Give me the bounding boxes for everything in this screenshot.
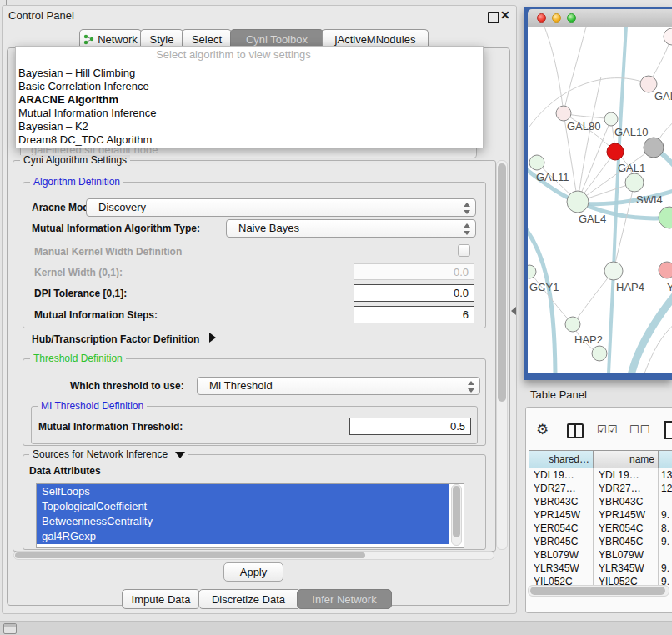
algorithm-item[interactable]: Bayesian – K2: [18, 120, 460, 133]
table-cell[interactable]: YDR27…: [599, 482, 641, 495]
hub-definition-label: Hub/Transcription Factor Definition: [32, 333, 199, 345]
tab-impute-data[interactable]: Impute Data: [122, 589, 200, 609]
table-cell[interactable]: 9.: [661, 562, 669, 575]
settings-hscrollbar-thumb[interactable]: [15, 552, 365, 558]
mi-steps-field[interactable]: 6: [354, 306, 474, 323]
table-cell[interactable]: YDR27…: [534, 482, 576, 495]
kernel-width-label: Kernel Width (0,1):: [34, 267, 123, 278]
tab-infer-network-label: Infer Network: [312, 593, 376, 606]
float-window-icon[interactable]: [488, 12, 499, 23]
algorithm-item[interactable]: Dream8 DC_TDC Algorithm: [18, 133, 460, 147]
table-cell[interactable]: YBR045C: [599, 535, 643, 548]
network-node[interactable]: [604, 112, 618, 126]
network-node[interactable]: [565, 317, 580, 332]
column-header-name[interactable]: name: [593, 450, 659, 468]
algorithm-definition-title: Algorithm Definition: [30, 177, 123, 187]
data-attributes-label: Data Attributes: [29, 465, 101, 477]
apply-button[interactable]: Apply: [223, 562, 283, 582]
list-item[interactable]: gal4RGexp: [37, 529, 449, 544]
network-graph: GAL GAL80 GAL10 GAL11 GAL1 SWI4 GAL4 GCY…: [528, 27, 672, 373]
tab-network-label: Network: [98, 33, 138, 46]
algorithm-item-aracne[interactable]: ARACNE Algorithm: [18, 93, 460, 107]
network-node[interactable]: [625, 173, 644, 192]
column-header-extra[interactable]: [658, 450, 672, 468]
column-header-shared[interactable]: shared…: [529, 450, 594, 468]
control-panel-title: Control Panel: [8, 9, 74, 22]
hub-definition-toggle[interactable]: Hub/Transcription Factor Definition: [32, 332, 216, 345]
network-node-gray[interactable]: [644, 138, 664, 158]
manual-kernel-checkbox[interactable]: [458, 244, 470, 257]
list-item[interactable]: SelfLoops: [37, 484, 449, 499]
close-traffic-light[interactable]: [537, 13, 546, 22]
network-node-label: GAL4: [579, 212, 606, 225]
table-cell[interactable]: YBL079W: [534, 548, 579, 562]
export-table-icon[interactable]: [664, 421, 672, 439]
network-node-label: GAL1: [618, 162, 645, 174]
table-cell[interactable]: YLR345W: [599, 562, 644, 575]
table-cell[interactable]: YPR145W: [599, 508, 645, 522]
table-cell[interactable]: 9.: [661, 508, 669, 522]
network-node[interactable]: [529, 155, 544, 170]
network-canvas[interactable]: GAL GAL80 GAL10 GAL11 GAL1 SWI4 GAL4 GCY…: [528, 27, 672, 373]
kernel-width-field[interactable]: 0.0: [354, 263, 474, 280]
table-cell[interactable]: YBR043C: [599, 495, 643, 508]
table-cell[interactable]: YDL19…: [534, 468, 574, 482]
table-cell[interactable]: YLR345W: [534, 562, 579, 575]
list-item[interactable]: BetweennessCentrality: [37, 514, 449, 529]
table-cell[interactable]: 9.: [661, 535, 669, 548]
network-node[interactable]: [528, 265, 536, 278]
table-cell[interactable]: 12: [661, 482, 672, 495]
network-node-label: SWI4: [636, 193, 663, 206]
tab-select-label: Select: [192, 33, 222, 46]
table-cell[interactable]: 13: [661, 468, 672, 482]
mi-type-select[interactable]: Naive Bayes: [226, 219, 476, 238]
select-all-columns-icon[interactable]: ☑☑: [597, 423, 618, 436]
which-threshold-select[interactable]: MI Threshold: [197, 377, 480, 395]
list-item[interactable]: TopologicalCoefficient: [37, 499, 449, 514]
table-cell[interactable]: YPR145W: [534, 508, 580, 522]
settings-scrollbar-thumb[interactable]: [498, 163, 506, 402]
dpi-tolerance-field[interactable]: 0.0: [354, 284, 474, 302]
attr-list-scrollbar-thumb[interactable]: [453, 486, 460, 538]
network-window-titlebar[interactable]: [528, 9, 672, 28]
mi-steps-label: Mutual Information Steps:: [34, 309, 158, 321]
aracne-mode-select[interactable]: Discovery: [86, 198, 476, 217]
table-hscrollbar-thumb[interactable]: [530, 587, 665, 595]
tab-discretize-data-label: Discretize Data: [212, 593, 285, 606]
table-cell[interactable]: 8.: [661, 522, 669, 535]
tab-discretize-data[interactable]: Discretize Data: [198, 589, 298, 609]
network-node[interactable]: [556, 106, 571, 121]
network-node[interactable]: [604, 262, 623, 280]
deselect-all-columns-icon[interactable]: ☐☐: [629, 423, 650, 436]
algorithm-item[interactable]: Mutual Information Inference: [18, 107, 460, 120]
minimized-panel-icon[interactable]: [3, 623, 17, 634]
table-cell[interactable]: YER054C: [599, 522, 643, 535]
stepper-icon: [467, 381, 474, 392]
sources-title[interactable]: Sources for Network Inference: [29, 449, 188, 459]
which-threshold-value: MI Threshold: [209, 379, 273, 392]
tab-infer-network[interactable]: Infer Network: [297, 589, 392, 609]
table-cell[interactable]: YBR043C: [534, 495, 578, 508]
algorithm-item[interactable]: Bayesian – Hill Climbing: [18, 67, 460, 80]
network-node[interactable]: [659, 207, 672, 228]
algorithm-placeholder-item[interactable]: Select algorithm to view settings: [0, 48, 467, 61]
network-node-red[interactable]: [607, 143, 624, 160]
tab-cyni-toolbox-label: Cyni Toolbox: [246, 33, 308, 46]
network-node[interactable]: [664, 28, 672, 45]
table-cell[interactable]: YBL079W: [599, 548, 644, 562]
close-icon[interactable]: ✕: [500, 8, 510, 22]
table-cell[interactable]: YER054C: [534, 522, 578, 535]
mi-threshold-field[interactable]: 0.5: [349, 418, 471, 435]
algorithm-item[interactable]: Basic Correlation Inference: [18, 80, 460, 93]
network-node-label: Y: [667, 281, 672, 293]
column-layout-icon[interactable]: [567, 423, 584, 438]
network-node[interactable]: [567, 191, 589, 212]
table-cell[interactable]: YDL19…: [599, 468, 639, 482]
minimize-traffic-light[interactable]: [552, 13, 561, 22]
table-cell[interactable]: YBR045C: [534, 535, 578, 548]
network-node[interactable]: [592, 346, 607, 361]
network-node[interactable]: [659, 262, 672, 278]
gear-icon[interactable]: ⚙: [536, 422, 549, 437]
panel-splitter-arrow[interactable]: [511, 307, 516, 315]
zoom-traffic-light[interactable]: [567, 13, 576, 22]
